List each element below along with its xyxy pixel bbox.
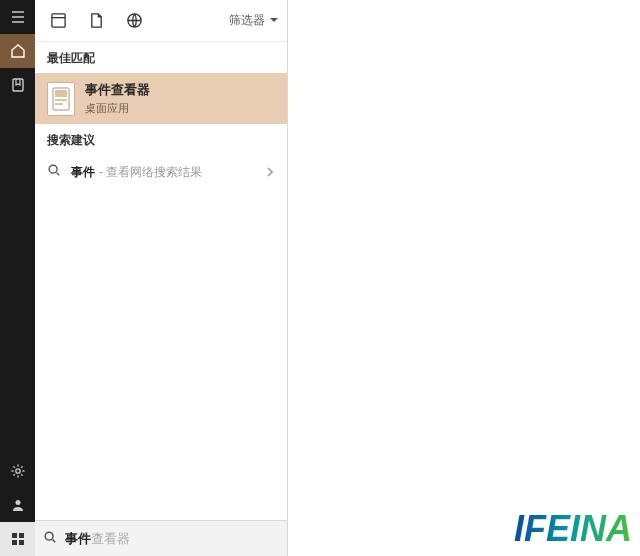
apps-tab-icon[interactable] xyxy=(43,6,73,36)
search-typed: 事件 xyxy=(65,531,91,546)
search-panel: 筛选器 最佳匹配 事件查看器 桌面应用 搜索建议 事件 - 查看 xyxy=(35,0,288,556)
best-match-item[interactable]: 事件查看器 桌面应用 xyxy=(35,73,287,124)
best-match-title: 事件查看器 xyxy=(85,81,150,99)
suggestion-text: 事件 - 查看网络搜索结果 xyxy=(71,164,202,181)
windows-sidebar xyxy=(0,0,35,556)
svg-rect-3 xyxy=(12,533,17,538)
chevron-right-icon xyxy=(265,163,275,181)
filter-label: 筛选器 xyxy=(229,12,265,29)
documents-tab-icon[interactable] xyxy=(81,6,111,36)
screen: 筛选器 最佳匹配 事件查看器 桌面应用 搜索建议 事件 - 查看 xyxy=(0,0,640,556)
gear-icon[interactable] xyxy=(0,454,35,488)
best-match-subtitle: 桌面应用 xyxy=(85,101,150,116)
svg-point-2 xyxy=(15,500,20,505)
content-area: IFEINA xyxy=(288,0,640,556)
svg-point-14 xyxy=(45,532,53,540)
web-tab-icon[interactable] xyxy=(119,6,149,36)
svg-point-1 xyxy=(15,469,19,473)
bookmark-icon[interactable] xyxy=(0,68,35,102)
svg-rect-4 xyxy=(19,533,24,538)
search-input-text: 事件查看器 xyxy=(65,530,279,548)
user-icon[interactable] xyxy=(0,488,35,522)
svg-rect-10 xyxy=(55,90,67,97)
best-match-text: 事件查看器 桌面应用 xyxy=(85,81,150,116)
suggestions-header: 搜索建议 xyxy=(35,124,287,155)
svg-rect-12 xyxy=(55,103,63,105)
search-icon xyxy=(47,163,61,181)
web-suggestion-item[interactable]: 事件 - 查看网络搜索结果 xyxy=(35,155,287,189)
search-input[interactable]: 事件查看器 xyxy=(35,520,287,556)
windows-start-icon[interactable] xyxy=(0,522,35,556)
search-icon xyxy=(43,530,57,548)
hamburger-icon[interactable] xyxy=(0,0,35,34)
svg-rect-7 xyxy=(51,14,64,27)
suggestion-bold: 事件 xyxy=(71,164,95,181)
svg-rect-0 xyxy=(13,79,23,91)
watermark: IFEINA xyxy=(514,508,632,550)
best-match-header: 最佳匹配 xyxy=(35,42,287,73)
event-viewer-icon xyxy=(47,82,75,116)
filter-dropdown[interactable]: 筛选器 xyxy=(229,12,279,29)
svg-rect-6 xyxy=(19,540,24,545)
home-icon[interactable] xyxy=(0,34,35,68)
svg-rect-11 xyxy=(55,99,67,101)
suggestion-dim: - 查看网络搜索结果 xyxy=(99,164,202,181)
search-tabs: 筛选器 xyxy=(35,0,287,42)
search-ghost: 查看器 xyxy=(91,531,130,546)
chevron-down-icon xyxy=(269,14,279,28)
svg-point-13 xyxy=(49,165,57,173)
svg-rect-5 xyxy=(12,540,17,545)
